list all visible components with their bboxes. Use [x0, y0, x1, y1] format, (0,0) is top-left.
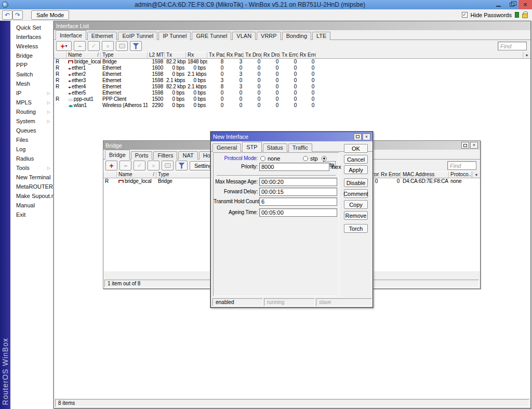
main-titlebar[interactable]: admin@D4:CA:6D:7E:F8:C9 (MikroTik) - Win…	[0, 0, 532, 9]
tab-nat[interactable]: NAT	[178, 151, 197, 160]
tab-lte[interactable]: LTE	[312, 32, 330, 40]
comment-button[interactable]: Comment	[344, 189, 368, 198]
undo-button[interactable]: ↶	[2, 10, 12, 20]
comment-button[interactable]	[116, 41, 128, 51]
protocol-none-option[interactable]: none	[260, 155, 280, 162]
table-row[interactable]: R ◂▸ether4 Ethernet 1598 82.2 kbps 2.1 k…	[54, 84, 530, 90]
sidebar-item-quick-set[interactable]: Quick Set	[10, 23, 53, 32]
column-tx-packet[interactable]: Tx Pac...	[207, 52, 225, 58]
tab-ethernet[interactable]: Ethernet	[87, 32, 117, 40]
column-selector-button[interactable]: ▼	[472, 171, 480, 178]
max-message-age-input[interactable]	[259, 178, 337, 186]
table-row[interactable]: R bridge_local Bridge 1598 82.2 kbps 184…	[54, 59, 530, 65]
radio-none[interactable]	[260, 156, 265, 161]
tab-eoip-tunnel[interactable]: EoIP Tunnel	[118, 32, 157, 40]
comment-button[interactable]	[162, 161, 174, 170]
add-button[interactable]: +▾	[56, 41, 72, 51]
find-input[interactable]	[447, 161, 476, 170]
close-button[interactable]: ×	[363, 134, 370, 140]
filter-button[interactable]	[130, 41, 142, 51]
maximize-button[interactable]	[354, 134, 362, 140]
table-row[interactable]: ◀▶wlan1 Wireless (Atheros 11N) 2290 0 bp…	[54, 102, 530, 109]
close-button[interactable]: ×	[470, 142, 478, 149]
safe-mode-button[interactable]: Safe Mode	[31, 10, 69, 20]
column-rx-errors[interactable]: Rx Errors	[298, 52, 316, 58]
tab-filters[interactable]: Filters	[153, 151, 177, 160]
sidebar-item-tools[interactable]: Tools▷	[10, 163, 53, 173]
sidebar-item-make-supout[interactable]: Make Supout.rif	[10, 191, 53, 201]
table-row[interactable]: R ◇◇ppp-out1 PPP Client 1500 0 bps 0 bps…	[54, 96, 530, 102]
disable-button[interactable]: ×	[102, 41, 114, 51]
enable-button[interactable]: ✓	[88, 41, 100, 51]
interface-list-titlebar[interactable]: Interface List	[54, 21, 530, 30]
column-rx-drops[interactable]: Rx Drops	[262, 52, 280, 58]
torch-button[interactable]: Torch	[344, 224, 368, 233]
tab-bridge[interactable]: Bridge	[105, 150, 130, 160]
column-tx-drops[interactable]: Tx Drops	[244, 52, 262, 58]
column-mac-address[interactable]: MAC Address	[401, 171, 449, 178]
radio-rstp[interactable]	[322, 156, 327, 161]
tab-ip-tunnel[interactable]: IP Tunnel	[158, 32, 191, 40]
add-button[interactable]: +	[105, 161, 117, 170]
sidebar-item-wireless[interactable]: Wireless	[10, 42, 53, 51]
sidebar-item-exit[interactable]: Exit	[10, 210, 53, 219]
column-tx[interactable]: Tx	[165, 52, 186, 58]
close-button[interactable]: ×	[518, 0, 532, 9]
priority-input[interactable]	[259, 163, 329, 171]
ok-button[interactable]: OK	[344, 144, 368, 153]
sidebar-item-mpls[interactable]: MPLS▷	[10, 98, 53, 107]
ageing-time-input[interactable]	[259, 208, 337, 217]
protocol-stp-option[interactable]: stp	[303, 155, 318, 162]
sidebar-item-queues[interactable]: Queues	[10, 126, 53, 135]
sidebar-item-new-terminal[interactable]: New Terminal	[10, 173, 53, 182]
sidebar-item-radius[interactable]: Radius	[10, 154, 53, 163]
remove-button[interactable]: −	[74, 41, 86, 51]
column-flag[interactable]	[54, 52, 66, 58]
sidebar-item-routing[interactable]: Routing▷	[10, 107, 53, 116]
sidebar-item-interfaces[interactable]: Interfaces	[10, 32, 53, 42]
column-name[interactable]: Name/	[117, 171, 156, 178]
tab-status[interactable]: Status	[263, 143, 287, 152]
transmit-hold-count-input[interactable]	[259, 197, 337, 206]
column-protocol[interactable]: Protoco...	[449, 171, 472, 178]
sidebar-item-log[interactable]: Log	[10, 144, 53, 154]
remove-button[interactable]: −	[119, 161, 131, 170]
table-row[interactable]: R ◂▸ether2 Ethernet 1598 0 bps 2.1 kbps …	[54, 71, 530, 77]
sidebar-item-manual[interactable]: Manual	[10, 201, 53, 210]
column-type[interactable]: Type	[101, 52, 148, 58]
minimize-button[interactable]	[491, 0, 505, 9]
column-rx-packet[interactable]: Rx Pac...	[225, 52, 244, 58]
disable-button[interactable]: Disable	[344, 178, 368, 187]
column-tx-errors[interactable]: Tx Errors	[280, 52, 298, 58]
sidebar-item-ip[interactable]: IP▷	[10, 88, 53, 98]
column-selector-button[interactable]: ▼	[523, 52, 530, 58]
column-rx-errors[interactable]: Rx Errors	[379, 171, 401, 178]
tab-ports[interactable]: Ports	[131, 151, 153, 160]
disable-button[interactable]: ×	[148, 161, 159, 170]
table-row[interactable]: R ◂▸ether3 Ethernet 1598 2.1 kbps 0 bps …	[54, 77, 530, 84]
column-flag[interactable]	[103, 171, 117, 178]
tab-interface[interactable]: Interface	[56, 30, 86, 40]
radio-stp[interactable]	[303, 156, 308, 161]
sidebar-item-ppp[interactable]: PPP	[10, 60, 53, 70]
column-name[interactable]: Name/	[66, 52, 101, 58]
sidebar-item-bridge[interactable]: Bridge	[10, 51, 53, 60]
tab-stp[interactable]: STP	[242, 142, 261, 152]
copy-button[interactable]: Copy	[344, 200, 368, 209]
remove-button[interactable]: Remove	[344, 211, 368, 220]
sidebar-item-metarouter[interactable]: MetaROUTER	[10, 182, 53, 191]
filter-button[interactable]	[176, 161, 188, 170]
redo-button[interactable]: ↷	[12, 10, 23, 20]
sidebar-item-switch[interactable]: Switch	[10, 70, 53, 79]
sidebar-item-mesh[interactable]: Mesh	[10, 79, 53, 88]
forward-delay-input[interactable]	[259, 188, 337, 196]
maximize-button[interactable]	[461, 142, 469, 149]
tab-bonding[interactable]: Bonding	[282, 32, 311, 40]
column-l2mtu[interactable]: L2 MTU	[148, 52, 165, 58]
tab-gre-tunnel[interactable]: GRE Tunnel	[192, 32, 231, 40]
cancel-button[interactable]: Cancel	[344, 155, 368, 164]
sidebar-item-system[interactable]: System▷	[10, 116, 53, 126]
apply-button[interactable]: Apply	[344, 165, 368, 174]
sidebar-item-files[interactable]: Files	[10, 135, 53, 144]
restore-button[interactable]	[505, 0, 518, 9]
